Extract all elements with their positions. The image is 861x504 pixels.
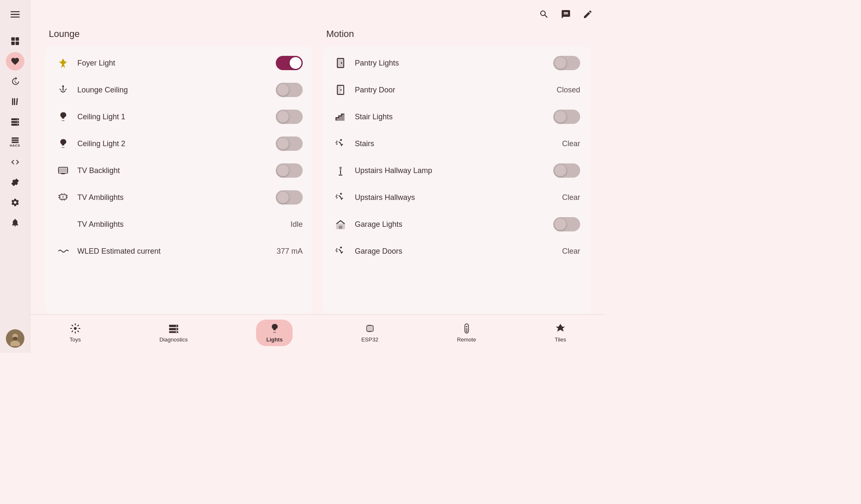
svg-rect-6 xyxy=(15,42,18,45)
wled-icon xyxy=(55,244,71,259)
edit-icon[interactable] xyxy=(580,7,595,22)
list-item: Pantry Lights xyxy=(323,50,590,76)
stairs-motion-icon xyxy=(333,136,348,151)
upstairs-hallways-value: Clear xyxy=(562,193,580,202)
list-item: TV Backlight xyxy=(45,157,313,184)
upstairs-hallways-icon xyxy=(333,190,348,205)
svg-line-24 xyxy=(59,89,61,90)
tv-ambilights-status-label: TV Ambilights xyxy=(77,220,284,229)
svg-rect-7 xyxy=(12,98,13,105)
nav-item-lights[interactable]: Lights xyxy=(256,320,293,346)
list-item: TV Ambilights Idle xyxy=(45,211,313,238)
main-content: Lounge Foyer Light xyxy=(30,0,605,353)
nav-item-remote[interactable]: Remote xyxy=(447,320,486,346)
tv-ambilights-toggle[interactable] xyxy=(276,190,303,205)
foyer-light-toggle[interactable] xyxy=(276,56,303,70)
svg-point-50 xyxy=(340,89,341,90)
svg-line-40 xyxy=(67,197,68,198)
sidebar-code-icon[interactable] xyxy=(6,153,24,171)
svg-rect-46 xyxy=(337,58,343,68)
nav-item-tiles[interactable]: Tiles xyxy=(544,320,576,346)
garage-doors-icon xyxy=(333,244,348,259)
svg-rect-2 xyxy=(11,17,20,18)
ceiling-light-2-label: Ceiling Light 2 xyxy=(77,139,269,148)
list-item: TV Ambilights xyxy=(45,184,313,211)
hallway-lamp-toggle[interactable] xyxy=(553,163,580,178)
sidebar-storage-icon[interactable] xyxy=(6,113,24,131)
list-item: Stairs Clear xyxy=(323,130,590,157)
svg-point-14 xyxy=(17,124,18,125)
sidebar-notifications-icon[interactable] xyxy=(6,213,24,232)
tv-backlight-label: TV Backlight xyxy=(77,166,269,175)
garage-doors-value: Clear xyxy=(562,247,580,256)
ceiling-light-1-label: Ceiling Light 1 xyxy=(77,113,269,121)
motion-card: Pantry Lights Pantry Door Closed xyxy=(323,46,590,314)
sidebar-hacs-icon[interactable]: HACS xyxy=(6,133,24,151)
sidebar-library-icon[interactable] xyxy=(6,92,24,111)
svg-line-42 xyxy=(64,193,64,194)
lounge-card: Foyer Light Lounge Ceiling xyxy=(45,46,313,314)
nav-esp32-label: ESP32 xyxy=(361,336,378,343)
pantry-lights-toggle[interactable] xyxy=(553,56,580,70)
sidebar-tools-icon[interactable] xyxy=(6,52,24,71)
svg-rect-27 xyxy=(59,168,66,173)
svg-point-12 xyxy=(17,119,18,120)
nav-diagnostics-label: Diagnostics xyxy=(159,336,188,343)
svg-line-58 xyxy=(336,195,337,196)
search-icon[interactable] xyxy=(536,7,552,22)
svg-point-13 xyxy=(17,122,18,123)
svg-point-66 xyxy=(74,327,77,330)
user-avatar[interactable] xyxy=(6,329,24,348)
sidebar-dashboard-icon[interactable] xyxy=(6,32,24,50)
garage-doors-label: Garage Doors xyxy=(355,247,555,256)
svg-rect-5 xyxy=(11,42,14,45)
svg-point-57 xyxy=(340,193,342,194)
nav-item-esp32[interactable]: ESP32 xyxy=(351,320,388,346)
nav-item-toys[interactable]: Toys xyxy=(60,320,91,346)
foyer-light-label: Foyer Light xyxy=(77,59,269,68)
toys-icon xyxy=(70,323,81,334)
motion-title: Motion xyxy=(323,29,590,39)
stair-lights-icon xyxy=(333,109,348,124)
list-item: Upstairs Hallways Clear xyxy=(323,184,590,211)
ceiling-light-2-icon xyxy=(55,136,71,151)
list-item: Lounge Ceiling xyxy=(45,76,313,103)
stairs-value: Clear xyxy=(562,139,580,148)
svg-line-63 xyxy=(336,249,337,249)
tv-backlight-icon xyxy=(55,163,71,178)
list-item: Ceiling Light 1 xyxy=(45,103,313,130)
svg-rect-75 xyxy=(367,327,372,331)
lounge-ceiling-label: Lounge Ceiling xyxy=(77,86,269,94)
svg-line-39 xyxy=(67,195,68,196)
ceiling-light-1-toggle[interactable] xyxy=(276,110,303,124)
svg-point-71 xyxy=(176,328,177,330)
tiles-icon xyxy=(555,323,566,334)
garage-lights-toggle[interactable] xyxy=(553,217,580,231)
pantry-door-label: Pantry Door xyxy=(355,86,550,94)
list-item: Upstairs Hallway Lamp xyxy=(323,157,590,184)
stairs-label: Stairs xyxy=(355,139,555,148)
tv-ambilights-toggle-label: TV Ambilights xyxy=(77,193,269,202)
svg-rect-15 xyxy=(11,137,18,139)
sidebar-hammer-icon[interactable] xyxy=(6,173,24,192)
nav-item-diagnostics[interactable]: Diagnostics xyxy=(149,320,198,346)
sidebar-history-icon[interactable] xyxy=(6,72,24,91)
garage-lights-icon xyxy=(333,217,348,232)
svg-line-41 xyxy=(62,193,62,194)
tv-backlight-toggle[interactable] xyxy=(276,163,303,178)
lounge-ceiling-toggle[interactable] xyxy=(276,83,303,97)
hallway-lamp-icon xyxy=(333,163,348,178)
sidebar-settings-icon[interactable] xyxy=(6,193,24,212)
pantry-lights-icon xyxy=(333,55,348,71)
svg-line-43 xyxy=(62,200,62,200)
chat-icon[interactable] xyxy=(558,7,573,22)
pantry-door-value: Closed xyxy=(557,86,580,94)
stair-lights-toggle[interactable] xyxy=(553,110,580,124)
stair-lights-label: Stair Lights xyxy=(355,113,547,121)
foyer-light-icon xyxy=(55,55,71,71)
remote-icon xyxy=(461,323,472,334)
svg-point-70 xyxy=(176,326,177,327)
sidebar-menu-icon[interactable] xyxy=(6,5,24,24)
ceiling-light-2-toggle[interactable] xyxy=(276,136,303,151)
list-item: Pantry Door Closed xyxy=(323,76,590,103)
